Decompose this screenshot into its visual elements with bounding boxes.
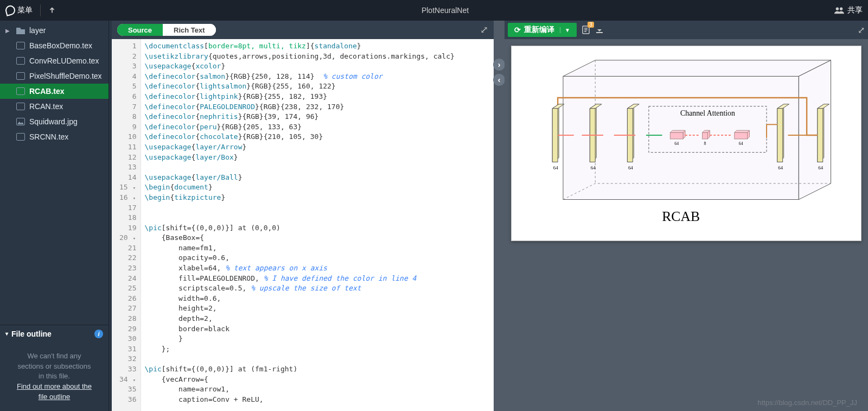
toolbar-separator	[40, 4, 41, 16]
recompile-dropdown-icon[interactable]: ▼	[560, 27, 570, 33]
chevron-right-icon: ▶	[5, 28, 12, 34]
overleaf-logo-icon	[4, 4, 16, 16]
svg-point-0	[836, 8, 839, 10]
svg-text:64: 64	[778, 165, 783, 170]
share-label: 共享	[847, 5, 863, 15]
svg-text:64: 64	[674, 141, 679, 146]
expand-preview-icon[interactable]: ⤢	[858, 25, 865, 35]
svg-text:64: 64	[591, 165, 596, 170]
outline-empty-state: We can't find any sections or subsection…	[0, 343, 108, 411]
download-button[interactable]	[595, 26, 604, 34]
file-row-RCAN-tex[interactable]: RCAN.tex	[0, 99, 108, 114]
file-row-Squidward-jpg[interactable]: Squidward.jpg	[0, 114, 108, 129]
file-label: ConvReLUDemo.tex	[29, 56, 99, 65]
file-icon	[16, 133, 25, 141]
svg-marker-28	[670, 130, 685, 132]
up-button[interactable]	[48, 7, 56, 14]
file-row-ConvReLUDemo-tex[interactable]: ConvReLUDemo.tex	[0, 53, 108, 68]
main-split: ▶ layer BaseBoxDemo.texConvReLUDemo.texP…	[0, 21, 868, 411]
preview-pane: ⟳ 重新编译 ▼ 3 ⤢	[505, 21, 868, 411]
editor-toolbar: Source Rich Text ⤢	[112, 21, 494, 39]
file-label: RCAB.tex	[29, 87, 65, 96]
svg-point-1	[840, 8, 843, 10]
image-icon	[16, 118, 25, 125]
file-outline-toggle[interactable]: ▾ File outline i	[0, 325, 108, 343]
folder-row-layer[interactable]: ▶ layer	[0, 23, 108, 38]
file-label: PixelShuffleDemo.tex	[29, 72, 102, 80]
pane-resize-handle[interactable]: › ‹	[494, 21, 505, 411]
svg-text:64: 64	[739, 141, 743, 146]
svg-marker-8	[552, 104, 564, 109]
info-icon[interactable]: i	[94, 330, 103, 338]
logs-button[interactable]: 3	[581, 25, 591, 35]
code-content[interactable]: \documentclass[border=8pt, multi, tikz]{…	[141, 39, 457, 411]
chevron-down-icon: ▾	[5, 331, 8, 337]
file-label: SRCNN.tex	[29, 132, 68, 141]
svg-marker-4	[799, 60, 831, 200]
recompile-button[interactable]: ⟳ 重新编译 ▼	[508, 23, 577, 37]
svg-marker-38	[735, 130, 750, 132]
rcab-diagram: 64 64 64 64 64 Channel Attention 64	[520, 55, 852, 232]
folder-label: layer	[29, 26, 46, 35]
svg-marker-3	[563, 60, 831, 77]
code-editor[interactable]: 123456789101112131415 ▾16 ▾17181920 ▾212…	[112, 39, 494, 411]
collapse-left-icon[interactable]: ‹	[493, 74, 505, 86]
file-icon	[16, 72, 25, 80]
editor-mode-toggle: Source Rich Text	[117, 24, 216, 36]
share-button[interactable]: 共享	[834, 5, 863, 15]
people-icon	[834, 7, 844, 14]
project-title: PlotNeuralNet	[56, 6, 834, 15]
tab-rich-text[interactable]: Rich Text	[163, 24, 216, 36]
folder-icon	[16, 27, 25, 34]
file-label: RCAN.tex	[29, 102, 63, 111]
attention-label: Channel Attention	[680, 109, 735, 117]
file-row-PixelShuffleDemo-tex[interactable]: PixelShuffleDemo.tex	[0, 68, 108, 84]
preview-toolbar: ⟳ 重新编译 ▼ 3 ⤢	[505, 21, 868, 39]
recompile-label: 重新编译	[524, 25, 554, 35]
outline-header-label: File outline	[11, 330, 52, 338]
top-toolbar: 菜单 PlotNeuralNet 共享	[0, 0, 868, 21]
pdf-viewport[interactable]: 64 64 64 64 64 Channel Attention 64	[505, 39, 868, 411]
svg-text:64: 64	[553, 165, 558, 170]
refresh-icon: ⟳	[514, 26, 521, 34]
svg-rect-35	[703, 132, 708, 139]
file-row-BaseBoxDemo-tex[interactable]: BaseBoxDemo.tex	[0, 38, 108, 53]
tab-source[interactable]: Source	[117, 24, 163, 36]
file-icon	[16, 42, 25, 49]
svg-rect-40	[735, 132, 748, 139]
watermark-text: https://blog.csdn.net/DD_PP_JJ	[757, 399, 857, 407]
editor-pane: Source Rich Text ⤢ 123456789101112131415…	[112, 21, 494, 411]
collapse-right-icon[interactable]: ›	[493, 59, 505, 71]
svg-rect-25	[818, 109, 823, 162]
download-icon	[595, 26, 604, 34]
svg-text:8: 8	[704, 141, 706, 146]
file-label: BaseBoxDemo.tex	[29, 41, 92, 50]
file-icon	[16, 57, 25, 65]
svg-rect-30	[670, 132, 683, 139]
line-number-gutter: 123456789101112131415 ▾16 ▾17181920 ▾212…	[112, 39, 141, 411]
pdf-page: 64 64 64 64 64 Channel Attention 64	[511, 46, 861, 241]
file-tree: ▶ layer BaseBoxDemo.texConvReLUDemo.texP…	[0, 21, 108, 325]
file-sidebar: ▶ layer BaseBoxDemo.texConvReLUDemo.texP…	[0, 21, 108, 411]
svg-rect-9	[552, 109, 558, 162]
menu-label: 菜单	[17, 5, 33, 15]
svg-rect-21	[777, 109, 783, 162]
outline-help-link[interactable]: Find out more about the file outline	[17, 382, 92, 401]
file-row-SRCNN-tex[interactable]: SRCNN.tex	[0, 129, 108, 144]
svg-text:64: 64	[628, 165, 633, 170]
file-icon	[16, 87, 25, 95]
diagram-title: RCAB	[662, 208, 700, 224]
file-row-RCAB-tex[interactable]: RCAB.tex	[0, 84, 108, 99]
expand-editor-icon[interactable]: ⤢	[480, 24, 488, 36]
svg-text:64: 64	[818, 165, 823, 170]
log-count-badge: 3	[588, 22, 594, 28]
menu-button[interactable]: 菜单	[5, 5, 33, 15]
file-icon	[16, 103, 25, 110]
file-label: Squidward.jpg	[29, 117, 78, 126]
